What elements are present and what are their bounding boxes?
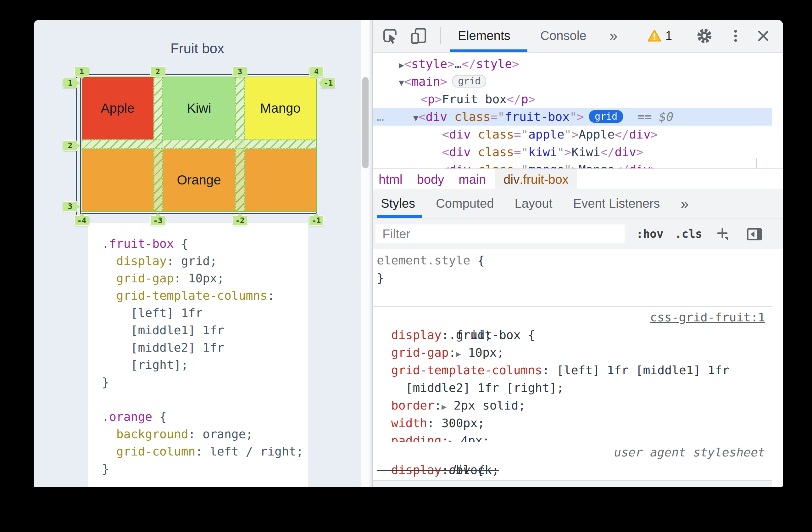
grid-line-label-bottom-neg4: -4 — [74, 215, 89, 226]
token: 2px solid; — [447, 398, 526, 412]
token: … — [377, 108, 386, 126]
token: div — [426, 110, 448, 124]
token: class — [454, 110, 490, 124]
token — [377, 398, 391, 412]
token: Fruit box — [442, 92, 507, 106]
token — [399, 92, 420, 106]
grid-line-label-bottom-neg1: -1 — [309, 215, 324, 226]
issues-counter[interactable]: 1 — [647, 20, 672, 51]
style-declaration[interactable]: border:▶ 2px solid; — [373, 397, 772, 414]
new-style-rule-icon[interactable] — [712, 224, 733, 244]
token: > — [435, 92, 442, 106]
style-declaration[interactable]: padding:▶ 4px; — [373, 432, 772, 442]
toolbar-separator — [679, 27, 679, 44]
tab-event-listeners[interactable]: Event Listeners — [573, 196, 660, 211]
settings-gear-icon[interactable] — [694, 26, 715, 46]
page-scrollbar-thumb[interactable] — [362, 77, 368, 168]
sidebar-tabs: Styles Computed Layout Event Listeners » — [373, 189, 783, 219]
style-declaration[interactable]: display: block; — [373, 461, 772, 479]
page-viewport: Fruit box Apple Kiwi Mango Orange 1 2 3 … — [34, 20, 372, 487]
toggle-device-toolbar-icon[interactable] — [408, 26, 429, 46]
dom-tree-row[interactable]: ▼<main>grid — [373, 73, 772, 90]
token — [377, 434, 391, 442]
toggle-hover-state-button[interactable]: :hov — [636, 219, 664, 249]
more-tabs-icon[interactable]: » — [609, 20, 618, 51]
token: element.style — [377, 253, 470, 267]
token: [right]; — [102, 358, 188, 372]
token: background — [116, 427, 188, 441]
token: </ — [507, 92, 521, 106]
page-scrollbar[interactable] — [361, 20, 369, 487]
dom-tree-row[interactable]: <div class="kiwi">Kiwi</div> — [373, 143, 772, 161]
token: Apple — [579, 127, 614, 141]
dom-tree-row[interactable]: <div class="apple">Apple</div> — [373, 126, 772, 143]
token: == — [637, 110, 652, 124]
token — [399, 127, 442, 141]
style-declaration[interactable]: grid-gap:▶ 10px; — [373, 344, 772, 361]
grid-line-label-row-3: 3 — [62, 201, 78, 212]
dom-tree-row[interactable]: <p>Fruit box</p> — [373, 90, 772, 108]
stylesheet-link[interactable]: css-grid-fruit:1 — [650, 308, 765, 326]
token: width — [391, 416, 427, 430]
style-declaration[interactable]: grid-template-columns: [left] 1fr [middl… — [373, 361, 772, 379]
breadcrumb-main[interactable]: main — [459, 169, 486, 190]
tab-computed[interactable]: Computed — [436, 196, 494, 211]
token: grid-gap — [116, 271, 174, 285]
browser-window: Fruit box Apple Kiwi Mango Orange 1 2 3 … — [34, 20, 783, 487]
tab-styles[interactable]: Styles — [381, 196, 415, 211]
style-line[interactable]: } — [373, 269, 772, 287]
dom-tree-row[interactable]: … ▼<div class="fruit-box">grid == $0 — [373, 108, 772, 126]
page-css-code: .fruit-box { display: grid; grid-gap: 10… — [88, 223, 308, 478]
menu-dots-icon[interactable] — [725, 26, 746, 46]
token: ▶ — [441, 402, 447, 411]
breadcrumb-html[interactable]: html — [379, 169, 403, 190]
inspect-element-icon[interactable] — [380, 26, 401, 46]
token: > — [651, 127, 658, 141]
breadcrumb-tag: div — [504, 172, 520, 187]
filter-input[interactable] — [376, 224, 625, 243]
toolbar-separator — [440, 27, 441, 44]
style-line[interactable]: element.style { — [373, 252, 772, 269]
token: ▶ — [449, 437, 454, 442]
token: class — [478, 127, 514, 141]
token: $0 — [659, 110, 673, 124]
token — [377, 416, 391, 430]
devtools-toolbar: Elements Console » 1 — [373, 20, 783, 53]
token: </ — [462, 57, 476, 71]
more-sidebar-tabs-icon[interactable]: » — [681, 195, 689, 212]
token — [102, 271, 116, 285]
screenshot-canvas: { "colors":{ "accent":"#1a73e8","selecte… — [0, 0, 812, 532]
toggle-sidebar-icon[interactable] — [744, 224, 765, 244]
toggle-classes-button[interactable]: .cls — [675, 219, 702, 249]
token: > — [577, 110, 584, 124]
styles-pane: element.style {} .fruit-box { css-grid-f… — [373, 249, 772, 487]
token: [middle1] 1fr — [102, 323, 224, 337]
style-declaration[interactable]: width: 300px; — [373, 414, 772, 432]
page-title: Fruit box — [34, 41, 361, 56]
dom-tree-row[interactable]: ▶<style>…</style> — [373, 55, 772, 73]
rule-header[interactable]: .fruit-box { css-grid-fruit:1 — [373, 308, 772, 326]
breadcrumb-body[interactable]: body — [417, 169, 444, 190]
token: : — [267, 289, 275, 303]
grid-cell-kiwi: Kiwi — [163, 77, 235, 139]
token: style — [411, 57, 447, 71]
token: div — [449, 127, 471, 141]
rule-header[interactable]: div { user agent stylesheet — [373, 444, 772, 461]
close-icon[interactable] — [753, 26, 774, 46]
element-style-section: element.style {} — [373, 249, 772, 307]
tab-layout[interactable]: Layout — [515, 196, 553, 211]
code-line: [middle2] 1fr — [102, 339, 308, 356]
cell-label: Orange — [177, 172, 221, 187]
tab-elements[interactable]: Elements — [458, 20, 510, 51]
token: > — [564, 145, 571, 159]
code-line: display: grid; — [102, 252, 308, 270]
tab-console[interactable]: Console — [540, 20, 586, 51]
token: : left / right; — [195, 445, 303, 458]
style-declaration[interactable]: [middle2] 1fr [right]; — [373, 379, 772, 397]
token: > — [512, 57, 519, 71]
active-tab-underline — [450, 50, 527, 52]
style-declaration[interactable]: display: grid; — [373, 326, 772, 344]
token: display — [116, 254, 167, 268]
code-line: grid-template-columns: — [102, 287, 308, 304]
breadcrumb-div-fruit-box[interactable]: div.fruit-box — [495, 169, 577, 190]
